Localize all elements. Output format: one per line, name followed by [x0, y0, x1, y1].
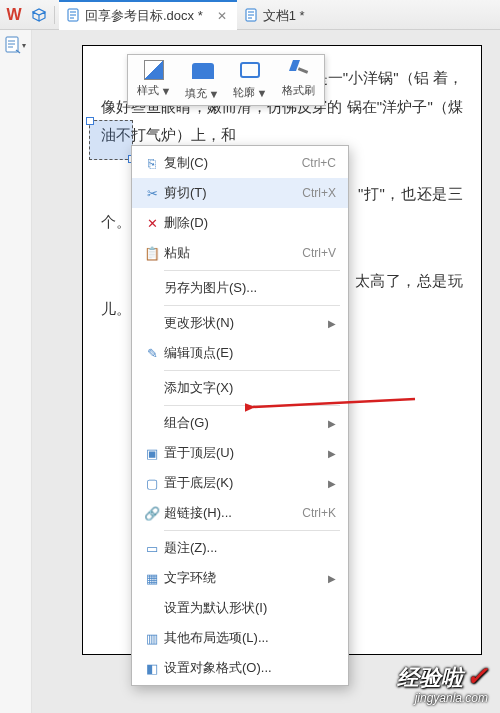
document-tabs: 回享参考目标.docx * ✕ 文档1 * [59, 0, 315, 29]
menu-item[interactable]: ✎编辑顶点(E) [132, 338, 348, 368]
tab-label: 文档1 * [263, 7, 305, 25]
menu-label: 更改形状(N) [164, 314, 324, 332]
menu-item[interactable]: ✂剪切(T)Ctrl+X [132, 178, 348, 208]
menu-item[interactable]: 📋粘贴Ctrl+V [132, 238, 348, 268]
menu-item[interactable]: 更改形状(N)▶ [132, 308, 348, 338]
context-menu: ⎘复制(C)Ctrl+C✂剪切(T)Ctrl+X✕删除(D)📋粘贴Ctrl+V另… [131, 145, 349, 686]
menu-item[interactable]: ▢置于底层(K)▶ [132, 468, 348, 498]
chevron-right-icon: ▶ [328, 573, 336, 584]
menu-icon: 📋 [140, 246, 164, 261]
fill-icon [192, 63, 214, 79]
menu-label: 添加文字(X) [164, 379, 336, 397]
separator [54, 6, 55, 24]
menu-item[interactable]: ⎘复制(C)Ctrl+C [132, 148, 348, 178]
brush-icon [288, 60, 310, 78]
menu-icon: ✂ [140, 186, 164, 201]
menu-icon: ▦ [140, 571, 164, 586]
menu-icon: 🔗 [140, 506, 164, 521]
menu-shortcut: Ctrl+C [302, 156, 336, 170]
format-painter-button[interactable]: 格式刷 [274, 57, 322, 103]
menu-label: 其他布局选项(L)... [164, 629, 336, 647]
menu-label: 复制(C) [164, 154, 302, 172]
menu-item[interactable]: ▣置于顶层(U)▶ [132, 438, 348, 468]
menu-separator [164, 270, 340, 271]
close-icon[interactable]: ✕ [217, 10, 227, 22]
menu-icon: ✕ [140, 216, 164, 231]
menu-item[interactable]: 🔗超链接(H)...Ctrl+K [132, 498, 348, 528]
menu-separator [164, 405, 340, 406]
menu-label: 置于底层(K) [164, 474, 324, 492]
menu-item[interactable]: 添加文字(X) [132, 373, 348, 403]
menu-icon: ◧ [140, 661, 164, 676]
chevron-down-icon: ▼ [209, 88, 220, 100]
shape-format-toolbar: 样式▼ 填充▼ 轮廓▼ 格式刷 [127, 54, 325, 106]
menu-label: 组合(G) [164, 414, 324, 432]
menu-label: 置于顶层(U) [164, 444, 324, 462]
menu-separator [164, 370, 340, 371]
chevron-down-icon: ▼ [257, 87, 268, 99]
outline-dropdown[interactable]: 轮廓▼ [226, 57, 274, 103]
menu-icon: ▥ [140, 631, 164, 646]
doc-icon [245, 8, 257, 25]
style-icon [144, 60, 164, 80]
menu-label: 设置对象格式(O)... [164, 659, 336, 677]
tab-label: 回享参考目标.docx * [85, 7, 203, 25]
menu-label: 删除(D) [164, 214, 336, 232]
menu-label: 另存为图片(S)... [164, 279, 336, 297]
chevron-down-icon: ▼ [161, 85, 172, 97]
box-icon[interactable] [28, 8, 50, 22]
menu-item[interactable]: ▥其他布局选项(L)... [132, 623, 348, 653]
menu-separator [164, 530, 340, 531]
menu-icon: ▣ [140, 446, 164, 461]
menu-shortcut: Ctrl+K [302, 506, 336, 520]
fill-dropdown[interactable]: 填充▼ [178, 57, 226, 103]
menu-icon: ✎ [140, 346, 164, 361]
tab-document-1[interactable]: 回享参考目标.docx * ✕ [59, 0, 237, 30]
menu-icon: ▭ [140, 541, 164, 556]
menu-item[interactable]: 组合(G)▶ [132, 408, 348, 438]
menu-label: 文字环绕 [164, 569, 324, 587]
app-icon: W [0, 1, 28, 29]
menu-icon: ▢ [140, 476, 164, 491]
menu-item[interactable]: ▦文字环绕▶ [132, 563, 348, 593]
menu-icon: ⎘ [140, 156, 164, 171]
outline-icon [240, 62, 260, 78]
menu-shortcut: Ctrl+V [302, 246, 336, 260]
selected-shape[interactable] [89, 120, 133, 160]
menu-label: 粘贴 [164, 244, 302, 262]
tab-document-2[interactable]: 文档1 * [237, 0, 315, 30]
chevron-right-icon: ▶ [328, 448, 336, 459]
style-dropdown[interactable]: 样式▼ [130, 57, 178, 103]
menu-label: 题注(Z)... [164, 539, 336, 557]
menu-label: 设置为默认形状(I) [164, 599, 336, 617]
chevron-right-icon: ▶ [328, 418, 336, 429]
sidebar-doc-icon[interactable]: ▾ [0, 30, 31, 60]
menu-item[interactable]: ▭题注(Z)... [132, 533, 348, 563]
menu-item[interactable]: 设置为默认形状(I) [132, 593, 348, 623]
menu-label: 剪切(T) [164, 184, 302, 202]
chevron-right-icon: ▶ [328, 478, 336, 489]
menu-label: 编辑顶点(E) [164, 344, 336, 362]
menu-item[interactable]: 另存为图片(S)... [132, 273, 348, 303]
left-sidebar: ▾ [0, 30, 32, 713]
menu-item[interactable]: ◧设置对象格式(O)... [132, 653, 348, 683]
menu-shortcut: Ctrl+X [302, 186, 336, 200]
doc-icon [67, 8, 79, 25]
menu-item[interactable]: ✕删除(D) [132, 208, 348, 238]
menu-label: 超链接(H)... [164, 504, 302, 522]
menu-separator [164, 305, 340, 306]
chevron-right-icon: ▶ [328, 318, 336, 329]
title-bar: W 回享参考目标.docx * ✕ 文档1 * [0, 0, 500, 30]
